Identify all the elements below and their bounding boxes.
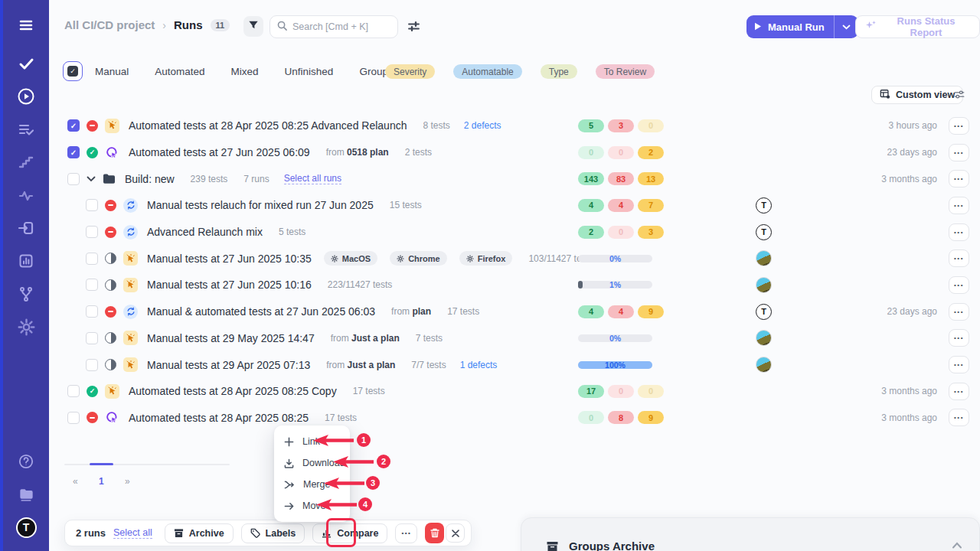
pill-type[interactable]: Type [541, 64, 577, 79]
run-title[interactable]: Automated tests at 28 Apr 2025 08:25 Cop… [129, 385, 337, 397]
row-checkbox[interactable] [67, 385, 80, 397]
run-title[interactable]: Manual tests relauch for mixed run 27 Ju… [147, 199, 374, 211]
row-more-button[interactable] [949, 329, 969, 347]
row-checkbox[interactable] [86, 359, 98, 371]
compare-button[interactable]: Compare [312, 523, 387, 543]
branches-fork-icon[interactable] [11, 279, 41, 308]
row-checkbox[interactable] [67, 412, 80, 424]
pagination-page-1[interactable]: 1 [99, 476, 104, 487]
run-row[interactable]: Automated tests at 28 Apr 2025 08:25 17 … [64, 405, 971, 432]
group-row[interactable]: Build: new 239 tests 7 runs Select all r… [64, 165, 971, 192]
run-row[interactable]: Manual tests at 29 May 2025 14:47 from J… [64, 325, 971, 352]
assignee-avatar[interactable]: T [756, 197, 772, 214]
run-title[interactable]: Manual tests at 27 Jun 2025 10:35 [147, 253, 312, 265]
run-title[interactable]: Automated tests at 28 Apr 2025 08:25 [129, 412, 309, 424]
view-settings-icon[interactable] [953, 89, 965, 103]
run-row[interactable]: Advanced Relaunch mix 5 tests 2 0 3 T [64, 219, 971, 246]
menu-item-link[interactable]: Link [274, 431, 350, 452]
chevron-down-icon[interactable] [87, 176, 96, 182]
run-title[interactable]: Manual & automated tests at 27 Jun 2025 … [147, 305, 375, 318]
panel-chevron-icon[interactable] [952, 538, 962, 551]
env-tag[interactable]: Chrome [390, 251, 447, 266]
pagination-next[interactable]: » [125, 476, 130, 487]
tab-unfinished[interactable]: Unfinished [285, 66, 334, 77]
milestones-steps-icon[interactable] [11, 148, 41, 177]
assignee-avatar[interactable]: T [756, 224, 772, 240]
row-checkbox[interactable] [67, 173, 80, 185]
assignee-avatar[interactable] [756, 250, 772, 266]
row-checkbox[interactable] [67, 119, 80, 132]
archive-button[interactable]: Archive [165, 523, 234, 543]
row-checkbox[interactable] [86, 199, 98, 211]
more-actions-button[interactable] [395, 523, 417, 543]
runs-play-icon[interactable] [11, 82, 41, 111]
settings-gear-icon[interactable] [11, 312, 41, 341]
pagination-prev[interactable]: « [73, 476, 78, 487]
tests-check-icon[interactable] [11, 49, 41, 78]
assignee-avatar[interactable]: T [756, 304, 772, 320]
tab-mixed[interactable]: Mixed [231, 66, 259, 77]
select-all-visible-checkbox[interactable]: ✓ [63, 61, 83, 81]
manual-run-button[interactable]: Manual Run [746, 15, 858, 38]
tab-manual[interactable]: Manual [95, 66, 129, 77]
assignee-avatar[interactable] [756, 357, 772, 373]
search-input[interactable] [292, 21, 390, 32]
analytics-chart-icon[interactable] [11, 246, 41, 276]
run-row[interactable]: Manual & automated tests at 27 Jun 2025 … [64, 298, 971, 325]
assignee-avatar[interactable] [756, 330, 772, 346]
defects-link[interactable]: 2 defects [464, 120, 501, 131]
row-more-button[interactable] [949, 249, 969, 267]
row-more-button[interactable] [949, 356, 969, 373]
run-title[interactable]: Advanced Relaunch mix [147, 226, 263, 238]
labels-button[interactable]: Labels [241, 523, 305, 543]
group-title[interactable]: Build: new [125, 173, 175, 185]
run-row[interactable]: Manual tests at 29 Apr 2025 07:13 from J… [64, 351, 971, 378]
pulse-activity-icon[interactable] [11, 181, 41, 210]
run-row[interactable]: Manual tests at 27 Jun 2025 10:35 MacOS … [64, 245, 971, 272]
run-row[interactable]: Automated tests at 27 Jun 2025 06:09 fro… [64, 139, 971, 166]
groups-archive-panel[interactable]: Groups Archive [521, 517, 980, 551]
run-row[interactable]: Automated tests at 28 Apr 2025 08:25 Adv… [64, 112, 971, 139]
run-title[interactable]: Automated tests at 27 Jun 2025 06:09 [129, 146, 310, 158]
row-more-button[interactable] [949, 276, 969, 294]
row-more-button[interactable] [949, 197, 969, 214]
pill-automatable[interactable]: Automatable [453, 64, 521, 79]
menu-item-download[interactable]: Download [274, 452, 350, 474]
menu-item-move[interactable]: Move [274, 495, 350, 517]
env-tag[interactable]: MacOS [324, 251, 377, 266]
defects-link[interactable]: 1 defects [460, 360, 498, 370]
row-checkbox[interactable] [86, 226, 98, 238]
pill-severity[interactable]: Severity [385, 64, 435, 79]
menu-icon[interactable] [11, 11, 41, 40]
env-tag[interactable]: Firefox [459, 251, 513, 266]
select-all-runs-link[interactable]: Select all runs [284, 173, 341, 184]
app-logo[interactable]: T [11, 513, 41, 542]
run-title[interactable]: Manual tests at 29 May 2025 14:47 [147, 332, 315, 344]
select-all-link[interactable]: Select all [113, 527, 152, 539]
search-box[interactable] [270, 15, 398, 38]
menu-item-merge[interactable]: Merge [274, 474, 350, 495]
row-more-button[interactable] [949, 383, 969, 400]
projects-folders-icon[interactable] [11, 480, 41, 509]
runs-status-report-button[interactable]: Runs Status Report [855, 15, 980, 38]
close-bulk-bar-button[interactable] [446, 523, 465, 543]
filter-funnel-button[interactable] [243, 16, 263, 37]
run-title[interactable]: Automated tests at 28 Apr 2025 08:25 Adv… [129, 119, 407, 132]
tab-automated[interactable]: Automated [155, 66, 204, 77]
assignee-avatar[interactable] [756, 277, 772, 293]
run-title[interactable]: Manual tests at 29 Apr 2025 07:13 [147, 359, 310, 371]
adjustments-icon[interactable] [407, 20, 420, 36]
run-row[interactable]: Manual tests relauch for mixed run 27 Ju… [64, 192, 971, 219]
pill-to-review[interactable]: To Review [596, 64, 655, 79]
row-checkbox[interactable] [86, 279, 98, 291]
run-title[interactable]: Manual tests at 27 Jun 2025 10:16 [147, 279, 312, 291]
row-more-button[interactable] [949, 117, 969, 135]
run-row[interactable]: Manual tests at 27 Jun 2025 10:16 223/11… [64, 272, 971, 298]
breadcrumb-project[interactable]: All CI/CD project [64, 18, 155, 31]
help-icon[interactable] [11, 447, 41, 476]
row-more-button[interactable] [949, 144, 969, 161]
results-list-icon[interactable] [11, 115, 41, 144]
custom-view-button[interactable]: Custom view [871, 86, 963, 104]
row-more-button[interactable] [949, 170, 969, 187]
row-more-button[interactable] [949, 409, 969, 426]
